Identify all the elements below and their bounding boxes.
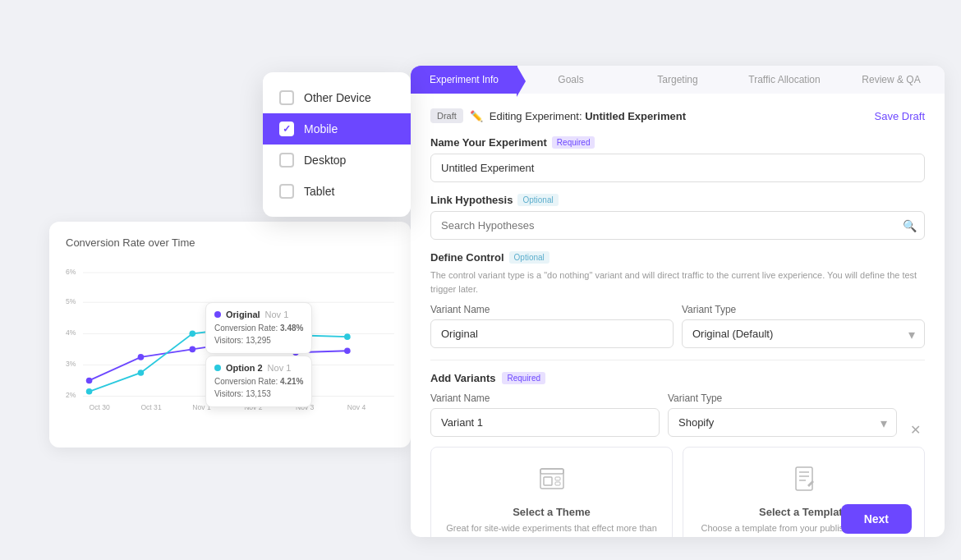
name-label: Name Your Experiment Required bbox=[430, 136, 925, 149]
variant1-type-select-wrap: Shopify bbox=[668, 408, 897, 437]
search-icon: 🔍 bbox=[903, 219, 917, 232]
svg-point-16 bbox=[86, 378, 93, 384]
draft-badge: Draft bbox=[430, 108, 463, 123]
select-theme-desc: Great for site-wide experiments that eff… bbox=[444, 521, 659, 537]
variant-name-header: Variant Name bbox=[430, 304, 674, 315]
tooltip-original-date: Nov 1 bbox=[265, 310, 289, 319]
variant1-name-input[interactable] bbox=[430, 408, 660, 437]
hypothesis-search-input[interactable] bbox=[430, 211, 925, 240]
tooltip-original: Original Nov 1 Conversion Rate: 3.48% Vi… bbox=[205, 302, 312, 354]
device-label-desktop: Desktop bbox=[304, 154, 346, 167]
remove-variant1-button[interactable]: ✕ bbox=[905, 424, 925, 437]
hypothesis-search-wrap: 🔍 bbox=[430, 211, 925, 240]
svg-text:3%: 3% bbox=[66, 360, 76, 368]
svg-point-23 bbox=[138, 370, 145, 376]
variant1-type-header: Variant Type bbox=[668, 392, 897, 404]
tooltip-original-rate: Conversion Rate: 3.48% Visitors: 13,295 bbox=[214, 322, 303, 347]
variant1-name-header: Variant Name bbox=[430, 392, 660, 404]
checkbox-tablet bbox=[279, 184, 294, 199]
device-label-mobile: Mobile bbox=[304, 122, 338, 135]
device-item-other[interactable]: Other Device bbox=[263, 82, 411, 113]
device-label-other: Other Device bbox=[304, 91, 371, 104]
variant1-type-select[interactable]: Shopify bbox=[668, 408, 897, 437]
progress-tabs: Experiment Info Goals Targeting Traffic … bbox=[411, 66, 945, 94]
chart-area: 6% 5% 4% 3% 2% Oct 30 Oct 31 Nov 1 Nov 2… bbox=[66, 257, 394, 421]
svg-point-24 bbox=[189, 331, 195, 337]
tab-review-qa[interactable]: Review & QA bbox=[838, 66, 945, 94]
tab-experiment-info[interactable]: Experiment Info bbox=[411, 66, 517, 94]
svg-text:Oct 30: Oct 30 bbox=[90, 403, 110, 411]
panel-content: Draft ✏️ Editing Experiment: Untitled Ex… bbox=[411, 94, 945, 537]
svg-text:2%: 2% bbox=[66, 391, 76, 399]
add-variants-header: Add Variants Required bbox=[430, 372, 925, 384]
device-item-desktop[interactable]: Desktop bbox=[263, 145, 411, 176]
template-icon bbox=[697, 464, 911, 499]
device-dropdown: Other Device Mobile Desktop Tablet bbox=[263, 72, 411, 217]
name-required-badge: Required bbox=[552, 136, 595, 149]
svg-rect-32 bbox=[555, 482, 560, 485]
tooltip-option2-rate: Conversion Rate: 4.21% Visitors: 13,153 bbox=[214, 375, 303, 400]
tab-goals[interactable]: Goals bbox=[517, 66, 624, 94]
experiment-panel: Experiment Info Goals Targeting Traffic … bbox=[411, 66, 945, 537]
draft-bar: Draft ✏️ Editing Experiment: Untitled Ex… bbox=[430, 108, 925, 123]
chart-panel: Conversion Rate over Time 6% 5% 4% 3% 2%… bbox=[49, 222, 411, 448]
svg-rect-29 bbox=[540, 469, 563, 474]
svg-point-18 bbox=[189, 347, 195, 353]
theme-icon bbox=[444, 464, 659, 499]
next-button[interactable]: Next bbox=[841, 504, 912, 534]
chart-title: Conversion Rate over Time bbox=[66, 236, 394, 249]
tab-traffic-allocation[interactable]: Traffic Allocation bbox=[731, 66, 838, 94]
svg-text:6%: 6% bbox=[66, 268, 76, 276]
device-label-tablet: Tablet bbox=[304, 185, 334, 198]
tooltip-original-label: Original bbox=[226, 310, 260, 319]
control-variant-row: Variant Name Variant Type Original (Defa… bbox=[430, 304, 925, 348]
svg-text:4%: 4% bbox=[66, 328, 76, 337]
select-theme-title: Select a Theme bbox=[444, 506, 659, 518]
device-item-mobile[interactable]: Mobile bbox=[263, 113, 411, 145]
svg-rect-30 bbox=[544, 477, 552, 485]
svg-point-17 bbox=[138, 354, 145, 360]
checkbox-desktop bbox=[279, 153, 294, 168]
add-variants-label: Add Variants bbox=[430, 372, 495, 384]
define-control-label: Define Control Optional bbox=[430, 251, 925, 264]
define-control-desc: The control variant type is a "do nothin… bbox=[430, 269, 925, 296]
svg-rect-31 bbox=[555, 477, 560, 480]
svg-text:Nov 4: Nov 4 bbox=[347, 403, 366, 411]
svg-text:Oct 31: Oct 31 bbox=[140, 403, 161, 411]
control-variant-name-input[interactable] bbox=[430, 319, 674, 348]
svg-point-27 bbox=[344, 333, 351, 340]
tooltip-option2-date: Nov 1 bbox=[268, 363, 292, 373]
add-variants-badge: Required bbox=[502, 372, 545, 384]
editing-text: Editing Experiment: Untitled Experiment bbox=[490, 110, 686, 122]
tooltip-option2: Option 2 Nov 1 Conversion Rate: 4.21% Vi… bbox=[205, 356, 312, 407]
svg-text:5%: 5% bbox=[66, 297, 76, 305]
svg-rect-33 bbox=[796, 467, 812, 490]
experiment-name-input[interactable] bbox=[430, 154, 925, 182]
tooltip-option2-label: Option 2 bbox=[226, 363, 263, 373]
device-item-tablet[interactable]: Tablet bbox=[263, 176, 411, 207]
edit-icon: ✏️ bbox=[470, 110, 483, 122]
variant-type-header: Variant Type bbox=[682, 304, 925, 315]
draft-left: Draft ✏️ Editing Experiment: Untitled Ex… bbox=[430, 108, 686, 123]
svg-point-22 bbox=[86, 388, 93, 395]
divider bbox=[430, 360, 925, 360]
control-variant-type-select[interactable]: Original (Default) bbox=[682, 319, 925, 348]
define-control-badge: Optional bbox=[509, 251, 549, 264]
select-theme-card[interactable]: Select a Theme Great for site-wide exper… bbox=[430, 447, 673, 537]
checkbox-other bbox=[279, 90, 294, 105]
hypothesis-optional-badge: Optional bbox=[517, 194, 558, 206]
hypothesis-label: Link Hypothesis Optional bbox=[430, 194, 925, 206]
control-variant-type-select-wrap: Original (Default) bbox=[682, 319, 925, 348]
svg-point-21 bbox=[344, 347, 351, 354]
save-draft-button[interactable]: Save Draft bbox=[875, 110, 925, 122]
tab-targeting[interactable]: Targeting bbox=[624, 66, 731, 94]
checkbox-mobile bbox=[279, 122, 294, 136]
variant1-row: Variant Name Variant Type Shopify ✕ bbox=[430, 392, 925, 437]
